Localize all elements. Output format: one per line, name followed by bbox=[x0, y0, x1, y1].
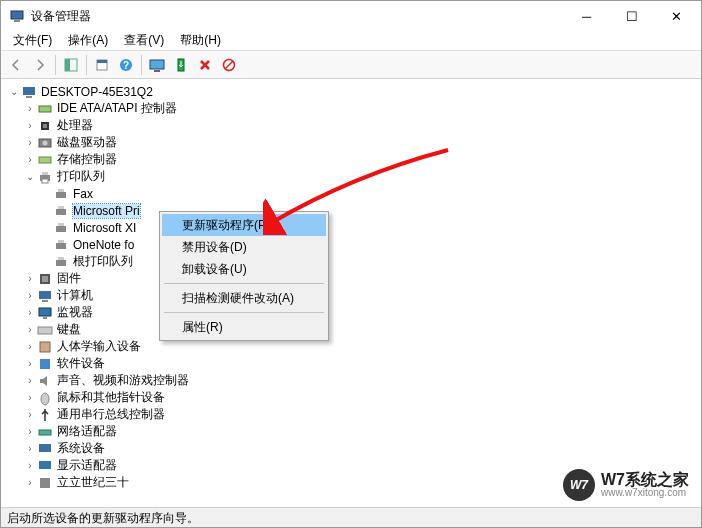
device-tree[interactable]: ⌄ DESKTOP-45E31Q2 › IDE ATA/ATAPI 控制器 › … bbox=[3, 81, 699, 505]
update-driver-button[interactable] bbox=[170, 54, 192, 76]
svg-rect-9 bbox=[154, 70, 160, 72]
svg-rect-36 bbox=[42, 300, 48, 302]
expand-icon[interactable]: › bbox=[23, 341, 37, 352]
expand-icon[interactable]: ⌄ bbox=[7, 86, 21, 97]
help-button[interactable]: ? bbox=[115, 54, 137, 76]
window-title: 设备管理器 bbox=[31, 8, 564, 25]
computer-icon bbox=[21, 84, 37, 100]
ide-icon bbox=[37, 101, 53, 117]
expand-icon[interactable]: › bbox=[23, 103, 37, 114]
ctx-scan-hardware[interactable]: 扫描检测硬件改动(A) bbox=[162, 287, 326, 309]
expand-icon[interactable]: › bbox=[23, 409, 37, 420]
uninstall-button[interactable] bbox=[194, 54, 216, 76]
forward-button[interactable] bbox=[29, 54, 51, 76]
expand-icon[interactable]: › bbox=[23, 273, 37, 284]
tree-item-computer[interactable]: › 计算机 bbox=[3, 287, 699, 304]
tree-item-disk[interactable]: › 磁盘驱动器 bbox=[3, 134, 699, 151]
ctx-update-driver[interactable]: 更新驱动程序(P) bbox=[162, 214, 326, 236]
tree-item-usb[interactable]: › 通用串行总线控制器 bbox=[3, 406, 699, 423]
tree-label: 显示适配器 bbox=[57, 457, 117, 474]
expand-icon[interactable]: › bbox=[23, 358, 37, 369]
tree-label: 软件设备 bbox=[57, 355, 105, 372]
menu-view[interactable]: 查看(V) bbox=[116, 30, 172, 51]
svg-rect-27 bbox=[56, 226, 66, 232]
storage-icon bbox=[37, 152, 53, 168]
tree-label: 监视器 bbox=[57, 304, 93, 321]
statusbar: 启动所选设备的更新驱动程序向导。 bbox=[1, 507, 701, 527]
tree-item-software[interactable]: › 软件设备 bbox=[3, 355, 699, 372]
expand-icon[interactable]: › bbox=[23, 137, 37, 148]
svg-point-42 bbox=[41, 393, 49, 405]
tree-item-msxps[interactable]: Microsoft XI bbox=[3, 219, 699, 236]
tree-item-firmware[interactable]: › 固件 bbox=[3, 270, 699, 287]
svg-rect-30 bbox=[58, 240, 64, 243]
svg-rect-29 bbox=[56, 243, 66, 249]
toolbar-separator bbox=[86, 55, 87, 75]
svg-rect-8 bbox=[150, 60, 164, 69]
back-button[interactable] bbox=[5, 54, 27, 76]
tree-item-onenote[interactable]: OneNote fo bbox=[3, 236, 699, 253]
expand-icon[interactable]: › bbox=[23, 120, 37, 131]
svg-rect-43 bbox=[39, 430, 51, 435]
expand-icon[interactable]: › bbox=[23, 290, 37, 301]
tree-label: 网络适配器 bbox=[57, 423, 117, 440]
expand-icon[interactable]: › bbox=[23, 426, 37, 437]
svg-rect-40 bbox=[40, 342, 50, 352]
tree-item-rootprint[interactable]: 根打印队列 bbox=[3, 253, 699, 270]
tree-label: 存储控制器 bbox=[57, 151, 117, 168]
tree-item-sound[interactable]: › 声音、视频和游戏控制器 bbox=[3, 372, 699, 389]
tree-item-network[interactable]: › 网络适配器 bbox=[3, 423, 699, 440]
svg-rect-16 bbox=[43, 124, 47, 128]
menu-help[interactable]: 帮助(H) bbox=[172, 30, 229, 51]
expand-icon[interactable]: › bbox=[23, 477, 37, 488]
tree-item-cpu[interactable]: › 处理器 bbox=[3, 117, 699, 134]
watermark-url: www.w7xitong.com bbox=[601, 488, 689, 498]
svg-rect-32 bbox=[58, 257, 64, 260]
tree-item-keyboard[interactable]: › 键盘 bbox=[3, 321, 699, 338]
toolbar-separator bbox=[55, 55, 56, 75]
svg-rect-5 bbox=[97, 60, 107, 63]
menu-file[interactable]: 文件(F) bbox=[5, 30, 60, 51]
expand-icon[interactable]: ⌄ bbox=[23, 171, 37, 182]
expand-icon[interactable]: › bbox=[23, 375, 37, 386]
tree-item-monitor[interactable]: › 监视器 bbox=[3, 304, 699, 321]
tree-item-fax[interactable]: Fax bbox=[3, 185, 699, 202]
expand-icon[interactable]: › bbox=[23, 460, 37, 471]
ctx-uninstall-device[interactable]: 卸载设备(U) bbox=[162, 258, 326, 280]
tree-item-ide[interactable]: › IDE ATA/ATAPI 控制器 bbox=[3, 100, 699, 117]
svg-rect-45 bbox=[39, 461, 51, 469]
properties-button[interactable] bbox=[91, 54, 113, 76]
tree-root[interactable]: ⌄ DESKTOP-45E31Q2 bbox=[3, 83, 699, 100]
expand-icon[interactable]: › bbox=[23, 443, 37, 454]
expand-icon[interactable]: › bbox=[23, 324, 37, 335]
ctx-properties[interactable]: 属性(R) bbox=[162, 316, 326, 338]
minimize-button[interactable]: ─ bbox=[564, 2, 609, 30]
expand-icon[interactable]: › bbox=[23, 392, 37, 403]
tree-item-printq[interactable]: ⌄ 打印队列 bbox=[3, 168, 699, 185]
disable-button[interactable] bbox=[218, 54, 240, 76]
ctx-disable-device[interactable]: 禁用设备(D) bbox=[162, 236, 326, 258]
tree-label: 处理器 bbox=[57, 117, 93, 134]
tree-label: Fax bbox=[73, 187, 93, 201]
svg-rect-26 bbox=[58, 206, 64, 209]
tree-item-mouse[interactable]: › 鼠标和其他指针设备 bbox=[3, 389, 699, 406]
menu-action[interactable]: 操作(A) bbox=[60, 30, 116, 51]
svg-rect-35 bbox=[39, 291, 51, 299]
scan-hardware-button[interactable] bbox=[146, 54, 168, 76]
close-button[interactable]: ✕ bbox=[654, 2, 699, 30]
show-hide-tree-button[interactable] bbox=[60, 54, 82, 76]
sound-icon bbox=[37, 373, 53, 389]
toolbar-separator bbox=[141, 55, 142, 75]
tree-item-msprint[interactable]: Microsoft Pri bbox=[3, 202, 699, 219]
tree-item-system[interactable]: › 系统设备 bbox=[3, 440, 699, 457]
tree-item-storage[interactable]: › 存储控制器 bbox=[3, 151, 699, 168]
display-icon bbox=[37, 458, 53, 474]
tree-label: 磁盘驱动器 bbox=[57, 134, 117, 151]
svg-rect-38 bbox=[43, 317, 47, 319]
tree-item-hid[interactable]: › 人体学输入设备 bbox=[3, 338, 699, 355]
expand-icon[interactable]: › bbox=[23, 307, 37, 318]
expand-icon[interactable]: › bbox=[23, 154, 37, 165]
tree-label: Microsoft XI bbox=[73, 221, 136, 235]
tree-label: 声音、视频和游戏控制器 bbox=[57, 372, 189, 389]
maximize-button[interactable]: ☐ bbox=[609, 2, 654, 30]
